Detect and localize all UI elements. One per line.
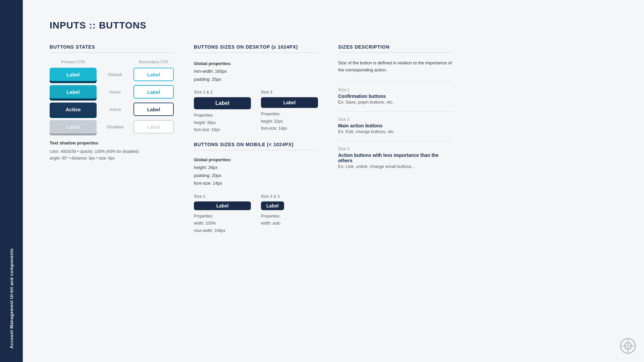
desc-size3-name: Action buttons with less importance than… (338, 153, 452, 163)
text-shadow-properties: Text shadow properties color: #003c59 • … (50, 139, 174, 162)
main-content: INPUTS :: BUTTONS BUTTONS STATES Primary… (23, 0, 644, 362)
desktop-global-min-width: min-width: 160px (194, 69, 227, 74)
text-shadow-color: color: #003c59 • opacity: 100% (40% for … (50, 148, 174, 155)
mobile-global-padding: padding: 20px (194, 173, 221, 178)
desktop-size12-button[interactable]: Label (194, 97, 251, 109)
watermark-icon (620, 338, 636, 354)
mobile-size1-button[interactable]: Label (194, 201, 251, 210)
primary-cta-header: Primary CTA (50, 60, 97, 64)
sizes-description-intro: Size of the button is defined in relatio… (338, 60, 452, 74)
primary-hover-btn-wrapper: Label (50, 85, 97, 99)
primary-hover-button[interactable]: Label (50, 85, 97, 99)
secondary-hover-button[interactable]: Label (133, 85, 174, 99)
mobile-size23-col: Size 2 & 3 Label Properties:width: auto (261, 194, 318, 235)
desc-size2-block: Size 2 Main action buttons Ex: Edit, cha… (338, 111, 452, 134)
desktop-size12-label: Size 1 & 2 (194, 90, 251, 95)
primary-disabled-btn-wrapper: Label (50, 120, 97, 133)
content-columns: BUTTONS STATES Primary CTA Secondary CTA… (50, 44, 617, 242)
secondary-cta-header: Secondary CTA (133, 60, 174, 64)
desc-size1-ex: Ex: Save, popin buttons, etc. (338, 100, 452, 105)
desktop-size3-button[interactable]: Label (261, 97, 318, 108)
sidebar: Account Management UI-kit and components (0, 0, 23, 362)
desktop-global-padding: padding: 25px (194, 77, 221, 82)
state-row-disabled: Label Disabled Label (50, 120, 174, 133)
desc-size3-num: Size 3 (338, 146, 452, 151)
desktop-size3-col: Size 3 Label Properties:height: 32pxfont… (261, 90, 318, 134)
secondary-active-button[interactable]: Label (133, 103, 174, 116)
mobile-size-columns: Size 1 Label Properties:width: 100%max-w… (194, 194, 318, 235)
desktop-section-title: BUTTONS SIZES ON DESKTOP (≥ 1024px) (194, 44, 318, 53)
buttons-states-title: BUTTONS STATES (50, 44, 174, 53)
desktop-global-title: Global properties: (194, 61, 231, 66)
secondary-active-btn-wrapper: Label (133, 103, 174, 116)
secondary-disabled-button: Label (133, 120, 174, 133)
state-row-hover: Label Hover Label (50, 85, 174, 99)
secondary-hover-btn-wrapper: Label (133, 85, 174, 99)
mobile-global-title: Global properties: (194, 157, 231, 162)
primary-default-btn-wrapper: Label (50, 68, 97, 81)
mobile-size1-col: Size 1 Label Properties:width: 100%max-w… (194, 194, 251, 235)
secondary-disabled-btn-wrapper: Label (133, 120, 174, 133)
desc-size2-num: Size 2 (338, 117, 452, 122)
mobile-size23-label: Size 2 & 3 (261, 194, 318, 199)
desktop-size12-props: Properties:height: 36pxfont-size: 16px (194, 112, 251, 134)
mobile-size23-props: Properties:width: auto (261, 213, 318, 227)
state-row-active: Active Active Label (50, 103, 174, 116)
state-label-default: Default (103, 72, 127, 77)
desktop-size3-props: Properties:height: 32pxfont-size: 14px (261, 111, 318, 132)
state-label-disabled: Disabled (103, 124, 127, 129)
state-label-hover: Hover (103, 89, 127, 95)
mobile-size1-props: Properties:width: 100%max-width: 248px (194, 213, 251, 235)
desktop-size12-col: Size 1 & 2 Label Properties:height: 36px… (194, 90, 251, 134)
desktop-global-props: Global properties: min-width: 160px padd… (194, 60, 318, 83)
secondary-default-btn-wrapper: Label (133, 68, 174, 81)
desktop-size3-label: Size 3 (261, 90, 318, 95)
mobile-global-props: Global properties: height: 26px padding:… (194, 156, 318, 187)
state-label-active: Active (103, 107, 127, 112)
sizes-description-title: SIZES DESCRIPTION (338, 44, 452, 53)
primary-default-button[interactable]: Label (50, 68, 97, 81)
sidebar-label: Account Management UI-kit and components (9, 248, 14, 349)
mobile-size1-label: Size 1 (194, 194, 251, 199)
secondary-default-button[interactable]: Label (133, 68, 174, 81)
mobile-size23-button[interactable]: Label (261, 201, 284, 210)
primary-active-btn-wrapper: Active (50, 103, 97, 116)
buttons-states-section: BUTTONS STATES Primary CTA Secondary CTA… (50, 44, 174, 162)
desktop-sizes-section: BUTTONS SIZES ON DESKTOP (≥ 1024px) Glob… (194, 44, 318, 242)
desc-size1-num: Size 1 (338, 87, 452, 92)
desc-size3-block: Size 3 Action buttons with less importan… (338, 141, 452, 169)
cta-headers: Primary CTA Secondary CTA (50, 60, 174, 64)
mobile-global-height: height: 26px (194, 165, 218, 170)
primary-disabled-button: Label (50, 120, 97, 133)
divider-2 (338, 111, 452, 112)
page-title: INPUTS :: BUTTONS (50, 20, 617, 31)
text-shadow-title: Text shadow properties (50, 139, 174, 147)
desc-size2-ex: Ex: Edit, change buttons, etc. (338, 129, 452, 134)
sizes-description-section: SIZES DESCRIPTION Size of the button is … (338, 44, 452, 176)
desc-size3-ex: Ex: Link, unlink, change email buttons..… (338, 164, 452, 169)
desc-size2-name: Main action buttons (338, 123, 452, 128)
mobile-section-title: BUTTONS SIZES ON MOBILE (< 1024px) (194, 142, 318, 150)
primary-active-button[interactable]: Active (50, 103, 97, 116)
state-row-default: Label Default Label (50, 68, 174, 81)
text-shadow-angle: angle: 90° • distance: 0px • size: 6px (50, 155, 174, 162)
desc-size1-name: Confirmation buttons (338, 94, 452, 99)
desktop-size-columns: Size 1 & 2 Label Properties:height: 36px… (194, 90, 318, 134)
divider-1 (338, 82, 452, 82)
mobile-global-fontsize: font-size: 14px (194, 181, 222, 186)
desc-size1-block: Size 1 Confirmation buttons Ex: Save, po… (338, 82, 452, 105)
divider-3 (338, 141, 452, 141)
